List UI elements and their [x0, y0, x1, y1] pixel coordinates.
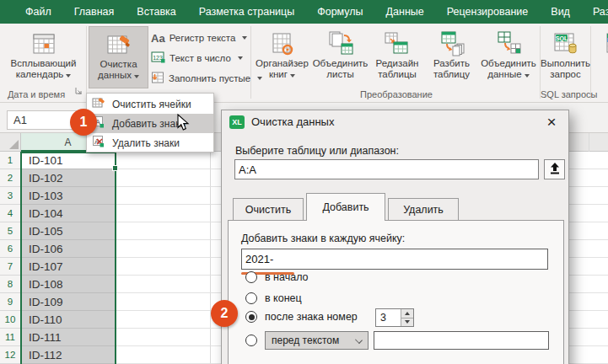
cell-a3[interactable]: ID-103 [21, 187, 116, 205]
cell-b[interactable] [116, 205, 211, 222]
cell-b[interactable] [116, 169, 211, 187]
radio-circle[interactable] [245, 335, 257, 346]
fill-empty-button[interactable]: Заполнить пустые [151, 68, 250, 88]
row-header[interactable]: 6 [0, 240, 21, 258]
select-all-triangle [9, 140, 19, 149]
cell-b[interactable] [116, 258, 211, 276]
char-number-spinner[interactable]: 3 [375, 308, 414, 327]
clean-data-button[interactable]: Очистка данных [89, 26, 148, 88]
fill-empty-icon [151, 72, 164, 85]
clean-data-menu: Очистить ячейки A Добавить знаки A Удали… [86, 93, 214, 153]
arrow-up-from-bar-icon [550, 162, 560, 177]
dialog-launcher-icon[interactable] [74, 83, 83, 99]
radio-after-char[interactable]: после знака номер [245, 311, 358, 323]
dialog-tab-remove[interactable]: Удалить [388, 198, 459, 221]
cell-a2[interactable]: ID-102 [21, 169, 116, 187]
custom-text-input[interactable] [374, 331, 549, 350]
tab-insert[interactable]: Вставка [137, 6, 175, 18]
row-header[interactable]: 5 [0, 222, 21, 240]
range-input[interactable] [234, 159, 539, 179]
row-header[interactable]: 2 [0, 169, 21, 187]
cell-b[interactable] [116, 187, 211, 205]
text-to-number-button[interactable]: 123 Текст в число [151, 48, 250, 68]
row-header[interactable]: 9 [0, 293, 21, 311]
spinner-value[interactable]: 3 [376, 309, 401, 326]
text-case-button[interactable]: Aa Регистр текста [151, 28, 250, 48]
clipped-ribbon-button[interactable]: Сч ш [593, 26, 608, 88]
merge-sheets-button[interactable]: Объединить листы [311, 26, 369, 88]
row-header[interactable]: 4 [0, 205, 21, 222]
menu-item-clear-cells[interactable]: Очистить ячейки [87, 94, 213, 114]
tab-page-layout[interactable]: Разметка страницы [199, 6, 294, 18]
cell-b[interactable] [116, 276, 211, 293]
cell-a8[interactable]: ID-108 [21, 276, 116, 293]
radio-custom-position[interactable] [245, 335, 257, 346]
cell-b[interactable] [116, 293, 211, 311]
tab-file[interactable]: Файл [25, 6, 51, 18]
radio-circle[interactable] [245, 292, 257, 304]
row-header[interactable]: 7 [0, 258, 21, 276]
clean-data-dialog: XL Очистка данных × Выберите таблицу или… [221, 110, 569, 364]
fill-handle[interactable] [112, 165, 118, 171]
tab-review[interactable]: Рецензирование [447, 6, 529, 18]
workbook-organizer-button[interactable]: Органайзер книг [253, 26, 311, 88]
spinner-down-button[interactable] [401, 318, 413, 327]
position-combobox[interactable]: перед текстом [265, 331, 369, 350]
up-triangle-icon [405, 312, 410, 315]
cell-a12[interactable]: ID-112 [21, 346, 116, 364]
radio-begin[interactable]: в начало [245, 271, 309, 283]
cell-b[interactable] [116, 329, 211, 346]
cell-b[interactable] [116, 346, 211, 364]
radio-circle[interactable] [245, 271, 257, 283]
row-header[interactable]: 3 [0, 187, 21, 205]
select-all-corner[interactable] [0, 133, 21, 152]
add-chars-input[interactable] [241, 249, 548, 270]
cell-b[interactable] [116, 311, 211, 329]
dialog-title-bar[interactable]: XL Очистка данных [222, 110, 568, 133]
tab-developer[interactable]: Разработчик [593, 6, 608, 18]
cell-a10[interactable]: ID-110 [21, 311, 116, 329]
dialog-tab-add[interactable]: Добавить [306, 193, 385, 221]
calendar-icon [31, 26, 56, 56]
clear-cells-icon [92, 96, 105, 112]
range-select-button[interactable] [544, 159, 565, 179]
tab-formulas[interactable]: Формулы [317, 6, 363, 18]
cell-b[interactable] [116, 222, 211, 240]
cell-a4[interactable]: ID-104 [21, 205, 116, 222]
tab-view[interactable]: Вид [551, 6, 570, 18]
redesign-table-button[interactable]: Редизайн таблицы [369, 26, 425, 88]
merge-data-icon [495, 26, 522, 56]
tab-home[interactable]: Главная [74, 6, 115, 18]
cell-b[interactable] [116, 152, 211, 169]
range-label: Выберите таблицу или диапазон: [235, 145, 399, 157]
dialog-tab-clear[interactable]: Очистить [233, 198, 304, 221]
menu-item-remove-chars[interactable]: A Удалить знаки [87, 133, 213, 153]
merge-data-button[interactable]: Объединить данные [478, 26, 539, 88]
row-header[interactable]: 11 [0, 329, 21, 346]
name-box[interactable]: A1 [7, 110, 79, 130]
radio-end[interactable]: в конец [245, 292, 302, 304]
cell-a7[interactable]: ID-107 [21, 258, 116, 276]
annotation-step-1: 1 [70, 109, 97, 136]
run-query-button[interactable]: SQL Выполнить запрос [541, 26, 589, 88]
ribbon: Всплывающий календарь Очистка данных Aa … [0, 24, 608, 103]
spinner-up-button[interactable] [401, 309, 413, 318]
popup-calendar-button[interactable]: Всплывающий календарь [2, 26, 85, 88]
tab-data[interactable]: Данные [386, 6, 424, 18]
cell-a11[interactable]: ID-111 [21, 329, 116, 346]
row-header[interactable]: 8 [0, 276, 21, 293]
dialog-close-button[interactable]: × [542, 115, 561, 131]
row-header[interactable]: 1 [0, 152, 21, 169]
menu-item-add-chars[interactable]: A Добавить знаки [87, 114, 213, 133]
cell-b[interactable] [116, 240, 211, 258]
cell-a5[interactable]: ID-105 [21, 222, 116, 240]
text-to-number-icon: 123 [151, 51, 165, 65]
cell-a6[interactable]: ID-106 [21, 240, 116, 258]
split-table-button[interactable]: Разбить таблицу [425, 26, 478, 88]
dropdown-caret [134, 75, 139, 78]
row-header[interactable]: 10 [0, 311, 21, 329]
row-header[interactable]: 12 [0, 346, 21, 364]
cell-a9[interactable]: ID-109 [21, 293, 116, 311]
cell-a1[interactable]: ID-101 [21, 152, 116, 169]
radio-circle-selected[interactable] [245, 311, 257, 323]
